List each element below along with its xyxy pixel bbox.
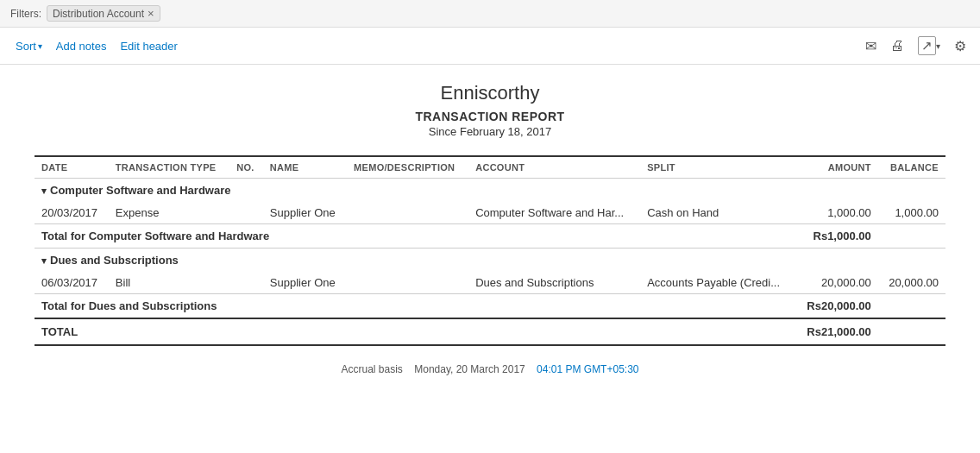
col-split: SPLIT <box>640 156 795 179</box>
report-subtitle: Since February 18, 2017 <box>35 125 945 138</box>
col-account: ACCOUNT <box>468 156 640 179</box>
cell-amount: 1,000.00 <box>795 202 878 224</box>
grand-total-amount: Rs21,000.00 <box>795 318 878 345</box>
sort-label: Sort <box>16 40 36 53</box>
cell-memo <box>347 272 468 294</box>
filter-bar: Filters: Distribution Account × <box>0 0 980 28</box>
col-no: NO. <box>229 156 263 179</box>
sort-arrow-icon: ▾ <box>38 41 42 51</box>
col-memo: MEMO/DESCRIPTION <box>347 156 468 179</box>
print-icon: 🖨 <box>890 38 904 53</box>
export-button[interactable]: ↗ ▾ <box>914 35 944 57</box>
total-row-dues: Total for Dues and Subscriptions Rs20,00… <box>35 294 945 319</box>
email-icon: ✉ <box>865 38 876 54</box>
col-balance: BALANCE <box>878 156 945 179</box>
grand-total-row: TOTAL Rs21,000.00 <box>35 318 945 345</box>
filter-tag: Distribution Account × <box>47 5 160 22</box>
cell-memo <box>347 202 468 224</box>
edit-header-button[interactable]: Edit header <box>115 38 183 54</box>
footer-basis: Accrual basis <box>342 363 403 375</box>
total-balance-computer <box>878 224 945 249</box>
toolbar-left: Sort ▾ Add notes Edit header <box>10 38 183 54</box>
table-header-row: DATE TRANSACTION TYPE NO. NAME MEMO/DESC… <box>35 156 945 179</box>
add-notes-label: Add notes <box>56 40 107 53</box>
total-amount-dues: Rs20,000.00 <box>795 294 878 319</box>
section-title-computer[interactable]: ▾Computer Software and Hardware <box>35 179 945 203</box>
settings-button[interactable]: ⚙ <box>951 36 970 56</box>
cell-name: Supplier One <box>263 202 347 224</box>
cell-type: Bill <box>109 272 229 294</box>
footer-time: 04:01 PM GMT+05:30 <box>537 363 638 375</box>
report-footer: Accrual basis Monday, 20 March 2017 04:0… <box>35 363 945 375</box>
cell-balance: 1,000.00 <box>878 202 945 224</box>
cell-balance: 20,000.00 <box>878 272 945 294</box>
total-row-computer: Total for Computer Software and Hardware… <box>35 224 945 249</box>
edit-header-label: Edit header <box>120 40 178 53</box>
total-label-computer: Total for Computer Software and Hardware <box>35 224 795 249</box>
filter-tag-name: Distribution Account <box>53 8 144 20</box>
section-header-dues: ▾Dues and Subscriptions <box>35 249 945 273</box>
add-notes-button[interactable]: Add notes <box>51 38 112 54</box>
cell-date: 06/03/2017 <box>35 272 109 294</box>
email-button[interactable]: ✉ <box>862 36 880 56</box>
col-type: TRANSACTION TYPE <box>109 156 229 179</box>
print-button[interactable]: 🖨 <box>887 36 908 55</box>
toolbar: Sort ▾ Add notes Edit header ✉ 🖨 ↗ ▾ ⚙ <box>0 28 980 65</box>
filter-label: Filters: <box>10 8 41 20</box>
report-title: TRANSACTION REPORT <box>35 110 945 123</box>
total-amount-computer: Rs1,000.00 <box>795 224 878 249</box>
table-row[interactable]: 20/03/2017 Expense Supplier One Computer… <box>35 202 945 224</box>
section-header-computer: ▾Computer Software and Hardware <box>35 179 945 203</box>
filter-tag-close-icon[interactable]: × <box>148 7 154 20</box>
total-label-dues: Total for Dues and Subscriptions <box>35 294 795 319</box>
cell-amount: 20,000.00 <box>795 272 878 294</box>
cell-no <box>229 202 263 224</box>
cell-no <box>229 272 263 294</box>
export-dropdown-icon: ▾ <box>936 41 940 51</box>
company-name: Enniscorthy <box>35 82 945 104</box>
footer-date: Monday, 20 March 2017 <box>414 363 525 375</box>
export-icon: ↗ <box>918 36 936 55</box>
report-table: DATE TRANSACTION TYPE NO. NAME MEMO/DESC… <box>35 155 945 346</box>
total-balance-dues <box>878 294 945 319</box>
cell-date: 20/03/2017 <box>35 202 109 224</box>
cell-name: Supplier One <box>263 272 347 294</box>
cell-split: Accounts Payable (Credi... <box>640 272 795 294</box>
col-date: DATE <box>35 156 109 179</box>
report-area: Enniscorthy TRANSACTION REPORT Since Feb… <box>0 65 980 393</box>
report-header: Enniscorthy TRANSACTION REPORT Since Feb… <box>35 82 945 138</box>
table-row[interactable]: 06/03/2017 Bill Supplier One Dues and Su… <box>35 272 945 294</box>
col-amount: AMOUNT <box>795 156 878 179</box>
section-title-dues[interactable]: ▾Dues and Subscriptions <box>35 249 945 273</box>
cell-type: Expense <box>109 202 229 224</box>
settings-icon: ⚙ <box>954 38 966 54</box>
cell-account: Dues and Subscriptions <box>468 272 640 294</box>
cell-account: Computer Software and Har... <box>468 202 640 224</box>
col-name: NAME <box>263 156 347 179</box>
collapse-icon-dues[interactable]: ▾ <box>41 255 47 266</box>
cell-split: Cash on Hand <box>640 202 795 224</box>
toolbar-right: ✉ 🖨 ↗ ▾ ⚙ <box>862 35 970 57</box>
grand-total-label: TOTAL <box>35 318 795 345</box>
grand-total-balance <box>878 318 945 345</box>
collapse-icon-computer[interactable]: ▾ <box>41 186 47 196</box>
sort-button[interactable]: Sort ▾ <box>10 38 47 54</box>
